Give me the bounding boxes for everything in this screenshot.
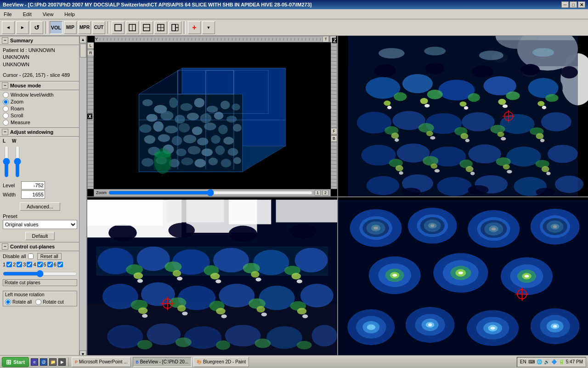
mode-roam-radio[interactable] bbox=[3, 106, 9, 112]
svg-point-91 bbox=[427, 90, 443, 99]
reset-all-button[interactable]: Reset all bbox=[37, 253, 62, 260]
svg-point-40 bbox=[233, 124, 242, 132]
menu-view[interactable]: View bbox=[41, 11, 56, 18]
close-button[interactable]: ✕ bbox=[578, 1, 585, 8]
layout-5-button[interactable] bbox=[169, 21, 181, 34]
mouse-mode-section-header[interactable]: Mouse mode bbox=[0, 81, 80, 90]
r-button[interactable]: R bbox=[87, 50, 94, 56]
mode-zoom-radio[interactable] bbox=[3, 99, 9, 105]
svg-point-285 bbox=[491, 327, 495, 329]
svg-point-43 bbox=[172, 136, 182, 146]
svg-point-182 bbox=[134, 272, 143, 279]
width-vertical-slider[interactable] bbox=[14, 145, 21, 178]
panel-scrollbar[interactable]: ▲ ▼ bbox=[79, 36, 86, 358]
back-button[interactable]: ◄ bbox=[2, 21, 15, 34]
rotate-all-radio[interactable] bbox=[5, 299, 11, 305]
forward-button[interactable]: ► bbox=[16, 21, 29, 34]
menu-edit[interactable]: Edit bbox=[21, 11, 34, 18]
cut-plane-3-checkbox[interactable] bbox=[27, 262, 32, 267]
width-input[interactable] bbox=[21, 190, 45, 199]
3d-render-svg bbox=[94, 42, 331, 189]
add-button[interactable]: + bbox=[188, 21, 201, 34]
mode-roam[interactable]: Roam bbox=[3, 106, 77, 112]
svg-point-101 bbox=[424, 104, 430, 108]
svg-point-131 bbox=[548, 145, 578, 163]
left-panel: Summary Patient Id : UNKNOWN UNKNOWN UNK… bbox=[0, 36, 87, 358]
svg-point-140 bbox=[503, 164, 510, 169]
ie-icon[interactable]: e bbox=[31, 358, 38, 366]
default-button[interactable]: Default bbox=[25, 232, 55, 240]
mip-button[interactable]: MIP bbox=[64, 21, 77, 34]
cut-plane-2-checkbox[interactable] bbox=[17, 262, 22, 267]
explorer-icon[interactable]: 📁 bbox=[49, 358, 57, 366]
disable-all-checkbox[interactable] bbox=[28, 253, 34, 259]
cut-planes-section: Disable all Reset all 1 2 3 4 5 6 bbox=[0, 251, 80, 288]
mode-scroll[interactable]: Scroll bbox=[3, 113, 77, 119]
summary-section-header[interactable]: Summary bbox=[0, 36, 80, 45]
mode-measure[interactable]: Measure bbox=[3, 120, 77, 126]
level-vertical-slider[interactable] bbox=[3, 145, 10, 178]
reset-button[interactable]: ↺ bbox=[30, 21, 43, 34]
menu-file[interactable]: File bbox=[2, 11, 14, 18]
mode-scroll-radio[interactable] bbox=[3, 113, 9, 119]
rotate-cut-planes-label: Rotate cut planes bbox=[3, 279, 77, 286]
3d-render-area bbox=[94, 42, 331, 189]
maximize-button[interactable]: □ bbox=[570, 1, 577, 8]
mode-zoom[interactable]: Zoom bbox=[3, 99, 77, 105]
dropdown-button[interactable]: ▼ bbox=[202, 21, 215, 34]
t-button[interactable]: T bbox=[322, 36, 329, 42]
layout-1-button[interactable] bbox=[112, 21, 124, 34]
svg-rect-229 bbox=[167, 200, 224, 222]
layout-3-button[interactable] bbox=[140, 21, 153, 34]
mode-window-level-radio[interactable] bbox=[3, 92, 9, 98]
vol-button[interactable]: VOL bbox=[50, 21, 62, 34]
svg-point-203 bbox=[138, 307, 148, 314]
f-button[interactable]: F bbox=[331, 128, 337, 134]
toolbar-separator-3 bbox=[184, 21, 186, 34]
svg-point-139 bbox=[466, 166, 474, 172]
menu-bar: File Edit View Help bbox=[0, 9, 588, 19]
preset-select[interactable]: Original values Option 2 bbox=[3, 220, 77, 229]
shortcut-icon[interactable]: ▶ bbox=[58, 358, 66, 366]
taskbar-beeview[interactable]: B BeeView - [C:\PhD 20... bbox=[133, 357, 192, 367]
cut-planes-slider[interactable] bbox=[3, 270, 77, 277]
taskbar-powerpoint[interactable]: P Microsoft PowerPoint ... bbox=[72, 357, 131, 367]
menu-help[interactable]: Help bbox=[62, 11, 77, 18]
browser-icon[interactable]: @ bbox=[40, 358, 47, 366]
level-input[interactable] bbox=[21, 181, 45, 190]
mouse-mode-group: Window level/width Zoom Roam Scroll Meas… bbox=[0, 90, 80, 127]
scroll-thumb[interactable] bbox=[80, 44, 86, 58]
mode-window-level[interactable]: Window level/width bbox=[3, 92, 77, 98]
svg-point-18 bbox=[142, 99, 153, 106]
advanced-button[interactable]: Advanced... bbox=[20, 202, 60, 211]
rotate-all-label: Rotate all bbox=[12, 299, 32, 305]
cut-button[interactable]: CUT bbox=[92, 21, 105, 34]
layout-2-button[interactable] bbox=[126, 21, 139, 34]
scroll-up-button[interactable]: ▲ bbox=[79, 36, 86, 43]
cut-plane-5-checkbox[interactable] bbox=[47, 262, 53, 267]
adjust-windowing-section-header[interactable]: Adjust windowing bbox=[0, 127, 80, 137]
svg-point-261 bbox=[392, 274, 397, 276]
svg-point-25 bbox=[232, 104, 240, 110]
control-cut-planes-section-header[interactable]: Control cut-planes bbox=[0, 242, 80, 251]
rotate-cut-radio[interactable] bbox=[35, 299, 41, 305]
svg-rect-9 bbox=[175, 24, 178, 28]
taskbar-paint[interactable]: 🎨 Bluegreen 2D - Paint bbox=[193, 357, 249, 367]
cut-plane-4-checkbox[interactable] bbox=[37, 262, 43, 267]
zoom-slider[interactable] bbox=[108, 191, 313, 195]
svg-point-218 bbox=[312, 325, 337, 346]
scroll-track[interactable] bbox=[79, 43, 86, 351]
rotate-all-option[interactable]: Rotate all bbox=[5, 299, 32, 305]
mpr-button[interactable]: MPR bbox=[78, 21, 91, 34]
rotate-cut-option[interactable]: Rotate cut bbox=[35, 299, 64, 305]
mode-measure-radio[interactable] bbox=[3, 120, 9, 126]
b-button-right[interactable]: B bbox=[331, 135, 337, 142]
start-button[interactable]: ⊞ Start bbox=[2, 357, 29, 367]
l-button[interactable]: L bbox=[87, 42, 94, 49]
layout-4-button[interactable] bbox=[154, 21, 167, 34]
zoom-btn-2[interactable]: 2 bbox=[322, 190, 328, 196]
cut-plane-6-checkbox[interactable] bbox=[57, 262, 63, 267]
cut-plane-1-checkbox[interactable] bbox=[6, 262, 12, 267]
zoom-btn-1[interactable]: 1 bbox=[315, 190, 321, 196]
minimize-button[interactable]: ─ bbox=[561, 1, 569, 8]
